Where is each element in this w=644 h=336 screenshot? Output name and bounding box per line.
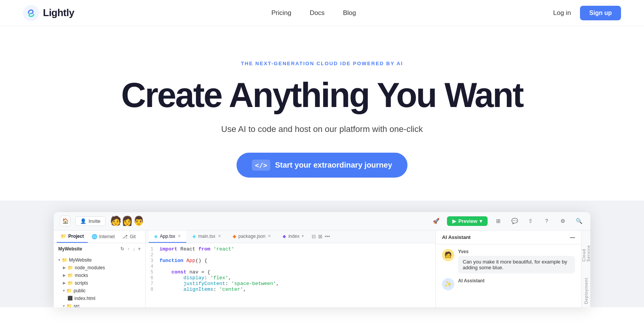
cta-button[interactable]: </> Start your extraordinary journey xyxy=(237,153,407,178)
code-line-2: 2 xyxy=(146,252,435,258)
tree-item-scripts[interactable]: ▶ 📁 scripts xyxy=(54,279,145,287)
ide-tab-app-tsx[interactable]: ◆ App.tsx ✕ xyxy=(149,231,186,243)
ide-topbar: 🏠 👤 Invite 🧑 👩 👨 🚀 ▶ Preview ▾ xyxy=(54,212,590,231)
logo-text: Lightly xyxy=(43,7,74,19)
help-icon[interactable]: ? xyxy=(541,216,552,226)
tree-item-src[interactable]: ▾ 📁 src xyxy=(54,302,145,307)
tree-item-mywebsite[interactable]: ▾ 📁 MyWebsite xyxy=(54,256,145,264)
folder-icon: 📁 xyxy=(67,273,73,278)
html-file-icon: ⬛ xyxy=(67,296,73,301)
chat-icon[interactable]: 💬 xyxy=(509,216,520,226)
chat-header: AI Assistant — xyxy=(436,231,581,244)
login-button[interactable]: Log in xyxy=(553,9,571,17)
deployment-label: Deployment xyxy=(584,278,588,304)
code-line-4: 4 xyxy=(146,264,435,269)
folder-icon: 📁 xyxy=(62,257,67,263)
sidebar-root-label: MyWebsite xyxy=(58,246,82,252)
signup-button[interactable]: Sign up xyxy=(580,6,621,20)
sidebar-header-icons: ↻ ↑ ↓ + xyxy=(120,246,141,252)
chevron-down-icon: ▾ xyxy=(63,304,65,307)
code-line-5: 5 const nav = { xyxy=(146,269,435,275)
nav-link-pricing[interactable]: Pricing xyxy=(271,9,291,17)
globe-icon: 🌐 xyxy=(92,234,97,239)
sidebar-tab-internet[interactable]: 🌐 Internet xyxy=(88,231,119,243)
split-pane-icon[interactable]: ⊟ xyxy=(312,234,316,239)
git-icon: ⎇ xyxy=(122,234,128,239)
sidebar-tab-git[interactable]: ⎇ Git xyxy=(118,231,139,243)
preview-chevron: ▾ xyxy=(480,218,482,224)
tab-close-icon[interactable]: ✕ xyxy=(268,234,271,239)
ide-tabs: ◆ App.tsx ✕ ◆ main.tsx ✕ ◆ package.json … xyxy=(146,231,435,243)
refresh-icon[interactable]: ↻ xyxy=(120,246,124,252)
chat-close-icon[interactable]: — xyxy=(570,234,575,240)
sidebar-tab-project[interactable]: 📁 Project xyxy=(57,231,88,243)
tree-item-public[interactable]: ▾ 📁 public xyxy=(54,287,145,295)
ide-window: 🏠 👤 Invite 🧑 👩 👨 🚀 ▶ Preview ▾ xyxy=(54,212,590,307)
hero-subtitle: Use AI to code and host on our platform … xyxy=(221,124,423,134)
sidebar-tabs: 📁 Project 🌐 Internet ⎇ Git xyxy=(54,231,145,243)
chat-bubble-2: AI Assistant xyxy=(458,278,485,285)
close-pane-icon[interactable]: ⊠ xyxy=(318,234,322,239)
share-icon[interactable]: ⇧ xyxy=(525,216,536,226)
add-file-icon[interactable]: + xyxy=(138,246,141,252)
tree-item-node-modules[interactable]: ▶ 📁 node_modules xyxy=(54,264,145,272)
chat-message-2: ✨ AI Assistant xyxy=(442,278,575,290)
nav-link-blog[interactable]: Blog xyxy=(343,9,356,17)
navbar: Lightly Pricing Docs Blog Log in Sign up xyxy=(0,0,644,26)
invite-button[interactable]: 👤 Invite xyxy=(75,216,105,226)
home-button[interactable]: 🏠 xyxy=(60,216,71,226)
user-name: Yves xyxy=(458,249,575,254)
person-icon: 👤 xyxy=(80,218,86,224)
logo-icon xyxy=(23,5,39,21)
json-icon: ◆ xyxy=(233,234,236,239)
code-line-1: 1 import React from 'react' xyxy=(146,246,435,252)
tab-close-icon[interactable]: ▾ xyxy=(302,234,304,239)
ide-tab-package-json[interactable]: ◆ package.json ✕ xyxy=(227,231,277,243)
more-tabs-icon[interactable]: ••• xyxy=(325,234,330,239)
cta-label: Start your extraordinary journey xyxy=(275,161,392,170)
tsx-icon: ◆ xyxy=(154,234,158,239)
settings-icon[interactable]: ⚙ xyxy=(557,216,568,226)
tree-item-mocks[interactable]: ▶ 📁 mocks xyxy=(54,272,145,279)
avatar-group: 🧑 👩 👨 xyxy=(110,216,145,226)
tsx-icon: ◆ xyxy=(192,234,196,239)
hero-title: Create Anything You Want xyxy=(121,77,523,114)
avatar-1: 🧑 xyxy=(110,216,122,226)
ide-tab-index[interactable]: ◆ index ▾ xyxy=(277,231,309,243)
ide-body: 📁 Project 🌐 Internet ⎇ Git MyWebsite xyxy=(54,231,590,307)
upload-icon[interactable]: ↑ xyxy=(127,246,130,252)
avatar-2: 👩 xyxy=(122,216,133,226)
search-icon[interactable]: 🔍 xyxy=(573,216,584,226)
folder-icon: 📁 xyxy=(67,265,73,270)
nav-actions: Log in Sign up xyxy=(553,6,621,20)
preview-button[interactable]: ▶ Preview ▾ xyxy=(447,216,488,226)
hero-tag: THE NEXT-GENERATION CLOUD IDE POWERED BY… xyxy=(241,61,403,66)
rocket-icon[interactable]: 🚀 xyxy=(431,216,442,226)
chat-messages: 🧑 Yves Can you make it more beautiful, f… xyxy=(436,244,581,307)
code-line-3: 3 function App() { xyxy=(146,258,435,264)
folder-icon: 📁 xyxy=(66,303,72,307)
ide-tab-main-tsx[interactable]: ◆ main.tsx ✕ xyxy=(187,231,227,243)
nav-link-docs[interactable]: Docs xyxy=(310,9,325,17)
ai-name: AI Assistant xyxy=(458,278,485,283)
ide-right-strip: Cloud Service Deployment xyxy=(581,231,590,307)
avatar-3: 👨 xyxy=(133,216,145,226)
chat-text-1: Can you make it more beautiful, for exam… xyxy=(458,256,575,273)
tree-item-index-html[interactable]: ⬛ index.html xyxy=(54,295,145,302)
logo[interactable]: Lightly xyxy=(23,5,74,21)
chevron-down-icon: ▾ xyxy=(63,288,65,293)
split-icon[interactable]: ⊞ xyxy=(493,216,504,226)
play-icon: ▶ xyxy=(452,218,456,224)
chevron-right-icon: ▶ xyxy=(63,281,66,285)
download-icon[interactable]: ↓ xyxy=(133,246,135,252)
sidebar-header: MyWebsite ↻ ↑ ↓ + xyxy=(54,243,145,255)
ide-sidebar: 📁 Project 🌐 Internet ⎇ Git MyWebsite xyxy=(54,231,146,307)
chevron-down-icon: ▾ xyxy=(58,258,60,262)
idx-icon: ◆ xyxy=(283,234,286,239)
tab-close-icon[interactable]: ✕ xyxy=(177,234,181,239)
tab-close-icon[interactable]: ✕ xyxy=(218,234,221,239)
chat-bubble-1: Yves Can you make it more beautiful, for… xyxy=(458,249,575,273)
chevron-right-icon: ▶ xyxy=(63,265,66,270)
folder-icon: 📁 xyxy=(66,288,72,293)
ide-chat-panel: AI Assistant — 🧑 Yves Can you make it mo… xyxy=(435,231,581,307)
